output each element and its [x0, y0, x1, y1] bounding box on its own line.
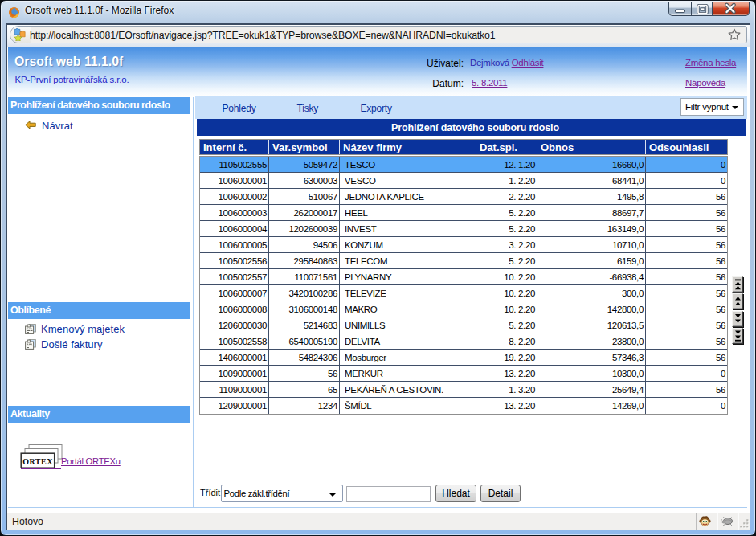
svg-text:ORTEX: ORTEX: [22, 457, 53, 466]
